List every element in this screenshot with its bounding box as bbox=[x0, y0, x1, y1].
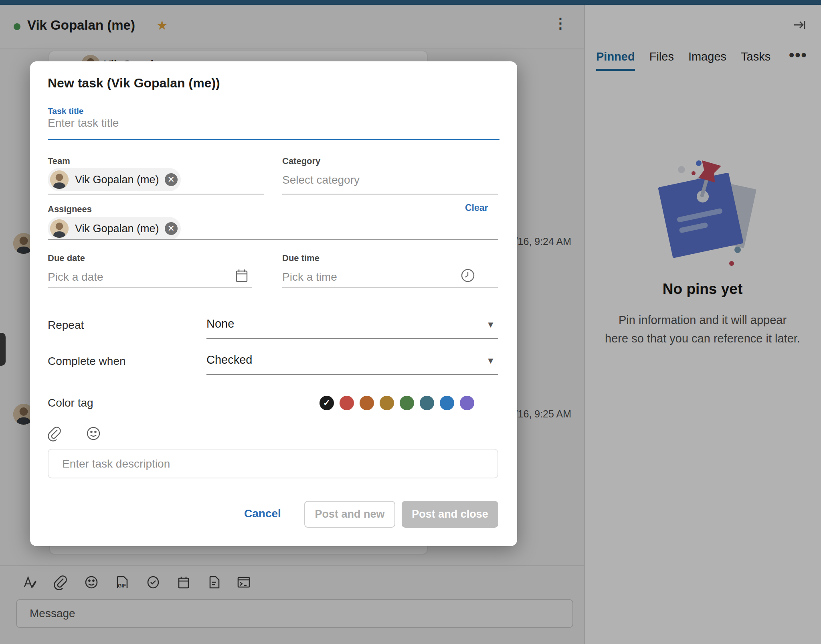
remove-assignee-icon[interactable]: ✕ bbox=[165, 222, 178, 235]
modal-title: New task (Vik Gopalan (me)) bbox=[48, 76, 220, 91]
color-swatch-2[interactable] bbox=[360, 396, 374, 410]
category-underline bbox=[282, 194, 498, 194]
avatar bbox=[50, 219, 69, 238]
complete-when-label: Complete when bbox=[48, 355, 126, 368]
new-task-modal: New task (Vik Gopalan (me)) Task title E… bbox=[30, 61, 517, 546]
due-date-input[interactable]: Pick a date bbox=[48, 271, 103, 284]
attachment-icon[interactable] bbox=[46, 425, 62, 441]
due-time-input[interactable]: Pick a time bbox=[282, 271, 337, 284]
chevron-down-icon[interactable]: ▼ bbox=[486, 320, 495, 330]
complete-when-underline bbox=[206, 374, 498, 375]
emoji-icon[interactable] bbox=[85, 425, 101, 441]
due-time-label: Due time bbox=[282, 253, 320, 263]
task-title-input[interactable]: Enter task title bbox=[48, 117, 119, 130]
clock-icon[interactable] bbox=[460, 267, 476, 284]
team-label: Team bbox=[48, 156, 70, 166]
clear-assignees-link[interactable]: Clear bbox=[465, 203, 488, 213]
repeat-underline bbox=[206, 338, 498, 339]
assignee-chip: Vik Gopalan (me) ✕ bbox=[48, 217, 181, 240]
post-and-close-button[interactable]: Post and close bbox=[402, 501, 498, 528]
color-swatch-7[interactable] bbox=[460, 396, 474, 410]
color-tag-label: Color tag bbox=[48, 397, 93, 409]
category-input[interactable]: Select category bbox=[282, 174, 360, 186]
assignees-label: Assignees bbox=[48, 204, 92, 215]
assignees-underline bbox=[48, 239, 498, 240]
color-swatch-3[interactable] bbox=[380, 396, 394, 410]
due-time-underline bbox=[282, 287, 498, 288]
repeat-dropdown[interactable]: None bbox=[206, 317, 234, 330]
avatar bbox=[50, 170, 69, 189]
task-title-label: Task title bbox=[48, 106, 83, 116]
complete-when-dropdown[interactable]: Checked bbox=[206, 353, 252, 367]
app-screen: Vik Gopalan (me) ★ ⋮ Vik Gopalan 3/16, 9… bbox=[0, 0, 821, 644]
selected-check-icon: ✓ bbox=[320, 396, 334, 410]
color-swatch-0[interactable]: ✓ bbox=[320, 396, 334, 410]
color-swatch-6[interactable] bbox=[440, 396, 454, 410]
post-and-new-button[interactable]: Post and new bbox=[304, 501, 395, 528]
remove-team-icon[interactable]: ✕ bbox=[165, 173, 178, 186]
chevron-down-icon[interactable]: ▼ bbox=[486, 356, 495, 366]
assignee-chip-label: Vik Gopalan (me) bbox=[75, 223, 159, 235]
calendar-icon[interactable] bbox=[234, 267, 250, 284]
team-chip-label: Vik Gopalan (me) bbox=[75, 174, 159, 186]
color-swatch-1[interactable] bbox=[340, 396, 354, 410]
due-date-underline bbox=[48, 287, 252, 288]
color-swatch-4[interactable] bbox=[400, 396, 414, 410]
due-date-label: Due date bbox=[48, 253, 85, 263]
cancel-button[interactable]: Cancel bbox=[235, 507, 291, 520]
task-title-underline bbox=[48, 139, 499, 140]
task-description-placeholder: Enter task description bbox=[62, 458, 170, 470]
color-swatch-row: ✓ bbox=[320, 396, 474, 410]
color-swatch-5[interactable] bbox=[420, 396, 434, 410]
repeat-label: Repeat bbox=[48, 319, 84, 332]
category-label: Category bbox=[282, 156, 320, 166]
team-underline bbox=[48, 194, 264, 194]
team-chip: Vik Gopalan (me) ✕ bbox=[48, 168, 181, 191]
